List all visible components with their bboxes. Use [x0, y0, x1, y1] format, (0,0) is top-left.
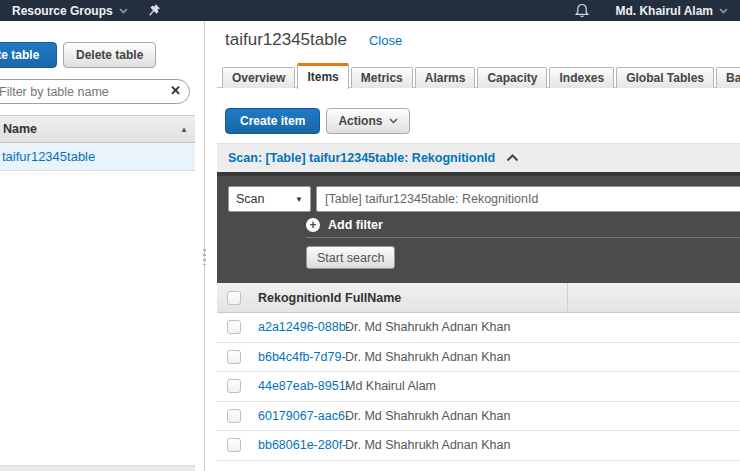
row-checkbox[interactable] [227, 320, 241, 334]
row-checkbox[interactable] [227, 379, 241, 393]
user-name-label: Md. Khairul Alam [615, 4, 713, 18]
column-header-fullname[interactable]: FullName [345, 291, 401, 305]
table-detail-panel: taifur12345table Close OverviewItemsMetr… [217, 21, 740, 471]
table-row: a2a12496-088b-Dr. Md Shahrukh Adnan Khan [217, 313, 740, 343]
scan-target-input[interactable] [316, 186, 740, 212]
rekognition-id-link[interactable]: 60179067-aac6- [258, 409, 349, 423]
add-filter-button[interactable]: + Add filter [306, 218, 383, 232]
table-list: taifur12345table [0, 143, 195, 171]
tab-items[interactable]: Items [297, 63, 348, 89]
rekognition-id-link[interactable]: bb68061e-280f- [258, 438, 346, 452]
row-checkbox[interactable] [227, 438, 241, 452]
fullname-cell: Dr. Md Shahrukh Adnan Khan [345, 438, 510, 452]
items-table: RekognitionId FullName a2a12496-088b-Dr.… [217, 283, 740, 461]
table-filter-input[interactable] [0, 79, 190, 104]
collapse-chevron-up-icon [506, 154, 519, 162]
tables-sidebar: Create table Delete table ✕ Name ▲ taifu… [0, 21, 195, 471]
table-filter: ✕ [0, 79, 190, 104]
sidebar-table-item[interactable]: taifur12345table [0, 143, 195, 171]
clear-filter-icon[interactable]: ✕ [170, 83, 181, 99]
sort-asc-icon: ▲ [180, 125, 188, 134]
page-title: taifur12345table [225, 30, 347, 50]
chevron-down-icon [119, 8, 128, 14]
create-table-button[interactable]: Create table [0, 42, 57, 68]
tab-capacity[interactable]: Capacity [477, 67, 547, 88]
table-row: 60179067-aac6-Dr. Md Shahrukh Adnan Khan [217, 402, 740, 432]
tab-metrics[interactable]: Metrics [351, 67, 413, 88]
items-table-body: a2a12496-088b-Dr. Md Shahrukh Adnan Khan… [217, 313, 740, 461]
drag-dots-icon [203, 249, 206, 265]
table-row: 44e87eab-8951-Md Khairul Alam [217, 372, 740, 402]
actions-label: Actions [338, 114, 382, 128]
fullname-cell: Dr. Md Shahrukh Adnan Khan [345, 409, 510, 423]
column-separator [567, 283, 568, 313]
tab-global-tables[interactable]: Global Tables [616, 67, 714, 88]
actions-dropdown[interactable]: Actions [326, 108, 410, 134]
scan-section-header[interactable]: Scan: [Table] taifur12345table: Rekognit… [217, 143, 740, 172]
tab-indexes[interactable]: Indexes [549, 67, 614, 88]
pin-icon[interactable] [148, 4, 160, 17]
rekognition-id-link[interactable]: a2a12496-088b- [258, 320, 350, 334]
row-checkbox[interactable] [227, 409, 241, 423]
close-link[interactable]: Close [369, 33, 402, 48]
tab-alarms[interactable]: Alarms [415, 67, 476, 88]
create-item-button[interactable]: Create item [225, 108, 320, 134]
panel-resize-handle[interactable] [204, 21, 205, 471]
tab-bar: OverviewItemsMetricsAlarmsCapacityIndexe… [222, 62, 740, 88]
name-column-label: Name [3, 122, 37, 136]
scan-header-label: Scan: [Table] taifur12345table: Rekognit… [228, 151, 495, 165]
chevron-down-icon [719, 8, 728, 14]
topbar: Resource Groups Md. Khairul Alam [0, 0, 740, 21]
delete-table-button[interactable]: Delete table [63, 42, 156, 68]
items-table-header: RekognitionId FullName [217, 283, 740, 313]
panel-divider [306, 237, 740, 238]
start-search-button[interactable]: Start search [306, 246, 395, 269]
row-checkbox[interactable] [227, 350, 241, 364]
chevron-down-icon [389, 118, 398, 124]
operation-value: Scan [236, 192, 265, 206]
items-toolbar: Create item Actions [225, 108, 410, 134]
table-list-header[interactable]: Name ▲ [0, 115, 195, 143]
operation-select[interactable]: Scan ▼ [228, 186, 311, 212]
fullname-cell: Dr. Md Shahrukh Adnan Khan [345, 350, 510, 364]
plus-icon: + [306, 218, 320, 232]
notifications-bell-icon[interactable] [575, 3, 589, 18]
resource-groups-menu[interactable]: Resource Groups [12, 4, 128, 18]
horizontal-scrollbar[interactable] [0, 465, 195, 471]
table-row: bb68061e-280f-Dr. Md Shahrukh Adnan Khan [217, 431, 740, 461]
rekognition-id-link[interactable]: b6b4c4fb-7d79- [258, 350, 346, 364]
tab-overview[interactable]: Overview [222, 67, 295, 88]
column-header-rekognitionid[interactable]: RekognitionId [258, 291, 341, 305]
scan-filter-panel: Scan ▼ + Add filter Start search [217, 172, 740, 283]
select-caret-icon: ▼ [295, 195, 303, 204]
resource-groups-label: Resource Groups [12, 4, 113, 18]
fullname-cell: Dr. Md Shahrukh Adnan Khan [345, 320, 510, 334]
select-all-checkbox[interactable] [227, 291, 241, 305]
tab-backups[interactable]: Backups [716, 67, 740, 88]
table-row: b6b4c4fb-7d79-Dr. Md Shahrukh Adnan Khan [217, 343, 740, 373]
fullname-cell: Md Khairul Alam [345, 379, 436, 393]
rekognition-id-link[interactable]: 44e87eab-8951- [258, 379, 350, 393]
add-filter-label: Add filter [328, 218, 383, 232]
user-menu[interactable]: Md. Khairul Alam [615, 4, 728, 18]
